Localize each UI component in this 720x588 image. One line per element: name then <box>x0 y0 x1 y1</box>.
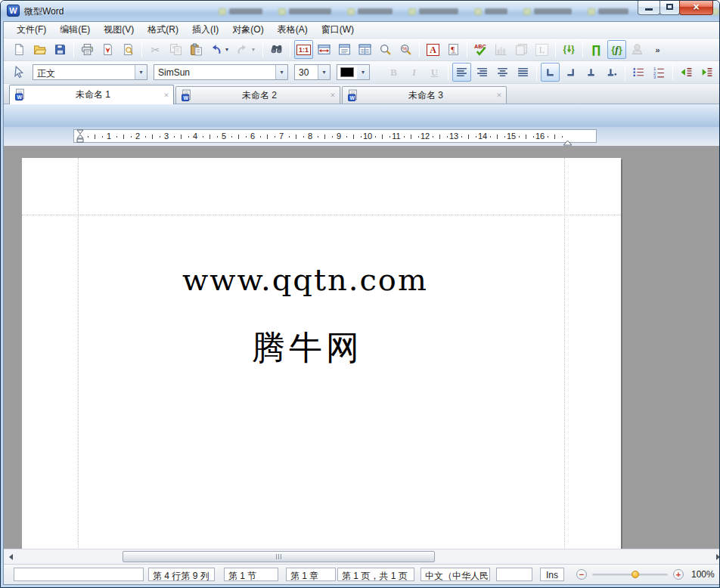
menu-file[interactable]: 文件(F) <box>10 21 53 39</box>
close-icon[interactable]: × <box>326 89 340 101</box>
zoom-actual-size-button[interactable]: 1:1 <box>294 40 313 59</box>
export-pdf-button[interactable] <box>98 40 117 59</box>
chevron-down-icon[interactable]: ▾ <box>275 65 287 79</box>
chevron-down-icon[interactable]: ▾ <box>223 46 231 53</box>
zoom-percent-label: 100% <box>691 569 715 580</box>
document-icon: W <box>346 89 359 102</box>
ruler-number: 11 <box>392 132 400 141</box>
ghost-bookmark <box>408 5 458 17</box>
menu-table[interactable]: 表格(A) <box>271 21 315 39</box>
letter-l-icon: L <box>535 42 549 57</box>
menu-object[interactable]: 对象(O) <box>225 21 270 39</box>
zoom-control: − + 100% <box>576 569 715 580</box>
scroll-left-button[interactable] <box>4 549 17 564</box>
ruler-number: 7 <box>279 132 284 141</box>
document-text-line[interactable]: www.qqtn.com <box>182 262 428 297</box>
document-area[interactable]: www.qqtn.com 腾牛网 <box>4 146 720 549</box>
find-button[interactable] <box>267 40 286 59</box>
close-icon[interactable]: × <box>160 89 173 101</box>
menu-view[interactable]: 视图(V) <box>97 21 141 39</box>
title-bar[interactable]: W 微型Word × <box>1 1 719 21</box>
decrease-indent-button[interactable] <box>677 63 696 82</box>
view-two-pages-button[interactable] <box>355 40 374 59</box>
zoom-in-button[interactable]: + <box>673 569 684 580</box>
font-select[interactable]: SimSun ▾ <box>154 64 288 80</box>
svg-text:W: W <box>17 94 22 100</box>
new-document-icon <box>12 42 26 57</box>
formatting-marks-button[interactable]: ¶ <box>444 40 463 59</box>
toolbar-overflow-button[interactable]: » <box>648 40 667 59</box>
paste-icon <box>189 42 203 57</box>
chevron-down-icon[interactable]: ▾ <box>135 65 147 79</box>
close-button[interactable]: × <box>679 1 713 15</box>
toolbar-separator <box>582 42 583 57</box>
save-button[interactable] <box>51 40 70 59</box>
close-icon[interactable]: × <box>492 89 506 101</box>
minimize-button[interactable] <box>638 1 660 15</box>
math-formula-button[interactable]: ∏ <box>587 40 606 59</box>
font-color-select[interactable]: ▾ <box>337 64 370 80</box>
zoom-page-width-button[interactable] <box>315 40 334 59</box>
new-document-button[interactable] <box>10 40 29 59</box>
font-size-select[interactable]: 30 ▾ <box>294 64 331 80</box>
chevron-down-icon[interactable]: ▾ <box>250 46 257 53</box>
insert-mode: Ins <box>540 568 564 581</box>
tab-stop-center-button[interactable] <box>582 63 601 82</box>
open-button[interactable] <box>30 40 49 59</box>
undo-button[interactable]: ▾ <box>207 40 232 59</box>
view-one-page-button[interactable] <box>335 40 354 59</box>
chevron-down-icon[interactable]: ▾ <box>318 65 330 79</box>
indent-marker-left[interactable] <box>76 129 85 147</box>
zoom-width-icon <box>317 42 331 57</box>
menu-format[interactable]: 格式(R) <box>141 21 185 39</box>
zoom-slider-handle[interactable] <box>632 571 639 578</box>
ruler-number: 3 <box>164 132 169 141</box>
bullet-list-button[interactable] <box>629 63 648 82</box>
print-button[interactable] <box>78 40 97 59</box>
cut-icon: ✂ <box>148 42 163 57</box>
toolbar-separator <box>448 64 448 80</box>
font-color-button[interactable]: A <box>424 40 442 59</box>
align-center-button[interactable] <box>493 63 512 82</box>
underline-icon: U <box>427 65 442 79</box>
ghost-bookmark <box>474 5 507 17</box>
scroll-right-button[interactable] <box>711 549 720 564</box>
select-cursor-button[interactable] <box>10 63 29 82</box>
menu-window[interactable]: 窗口(W) <box>315 21 361 39</box>
align-right-button[interactable] <box>473 63 492 82</box>
zoom-percent-button[interactable]: % <box>396 40 415 59</box>
paste-button[interactable] <box>187 40 206 59</box>
tab-stop-left-button[interactable] <box>541 63 560 82</box>
ruler-tick <box>160 136 160 138</box>
ruler-number: 8 <box>308 132 312 141</box>
document-tab-1[interactable]: W未命名 1× <box>9 85 174 104</box>
horizontal-ruler[interactable]: 12345678910111213141516 <box>73 129 597 143</box>
ruler-row: 12345678910111213141516 <box>4 127 720 146</box>
spell-check-button[interactable]: ABC <box>471 40 490 59</box>
horizontal-scroll-thumb[interactable] <box>123 551 435 562</box>
document-tab-2[interactable]: W未命名 2× <box>175 86 340 104</box>
increase-indent-button[interactable] <box>697 63 716 82</box>
zoom-button[interactable] <box>376 40 395 59</box>
document-text-line[interactable]: 腾牛网 <box>252 326 363 370</box>
horizontal-scrollbar[interactable] <box>4 549 720 564</box>
maximize-button[interactable] <box>659 1 680 15</box>
print-preview-button[interactable] <box>119 40 138 59</box>
font-size-value: 30 <box>295 65 318 79</box>
function-braces-button[interactable]: {f} <box>607 40 626 59</box>
tab-stop-decimal-button[interactable] <box>602 63 621 82</box>
zoom-out-button[interactable]: − <box>576 569 587 580</box>
align-justify-button[interactable] <box>514 63 532 82</box>
chevron-down-icon[interactable]: ▾ <box>357 65 369 79</box>
menu-insert[interactable]: 插入(I) <box>185 21 225 39</box>
tab-stop-right-button[interactable] <box>561 63 580 82</box>
numbered-list-button[interactable]: 123 <box>650 63 669 82</box>
document-page[interactable]: www.qqtn.com 腾牛网 <box>22 158 621 549</box>
document-tab-3[interactable]: W未命名 3× <box>342 86 507 104</box>
horizontal-scroll-track[interactable] <box>17 549 711 564</box>
insert-field-button[interactable]: {} <box>560 40 579 59</box>
menu-edit[interactable]: 编辑(E) <box>53 21 97 39</box>
style-select[interactable]: 正文 ▾ <box>33 64 147 80</box>
zoom-slider[interactable] <box>592 574 668 576</box>
align-left-button[interactable] <box>452 63 471 82</box>
